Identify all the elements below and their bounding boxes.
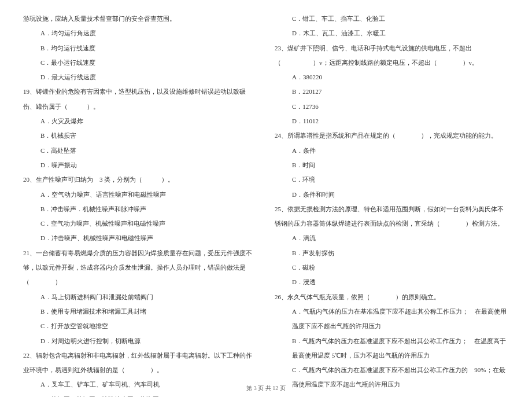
- page-footer: 第 3 页 共 12 页: [0, 384, 532, 392]
- q23-option-c: C．12736: [275, 100, 509, 114]
- q18-option-a: A．均匀运行角速度: [23, 26, 257, 41]
- q25-option-d: D．浸透: [275, 275, 509, 289]
- q18-option-b: B．均匀运行线速度: [23, 41, 257, 56]
- q23-option-a: A．380220: [275, 70, 509, 84]
- q25-option-a: A．涡流: [275, 231, 509, 245]
- q19-option-d: D．噪声振动: [23, 158, 257, 172]
- q19-option-c: C．高处坠落: [23, 144, 257, 158]
- q21-option-c: C．打开放空管就地排空: [23, 319, 257, 333]
- q19-option-a: A．火灾及爆炸: [23, 114, 257, 128]
- q20-option-b: B．冲击噪声．机械性噪声和脉冲噪声: [23, 202, 257, 216]
- q19-text: 19、铸锻作业的危险有害因素中，造型机压伤，以及设施维修时错误起动以致碾伤、罐伤…: [23, 84, 257, 114]
- q23-option-b: B．220127: [275, 84, 509, 99]
- q22-option-c: C．钳工、车工、挡车工、化验工: [275, 12, 509, 26]
- q19-option-b: B．机械损害: [23, 128, 257, 143]
- intro-text: 游玩设施，应纳入质量技术督查部门的安全督查范围。: [23, 12, 257, 26]
- q18-option-d: D．最大运行线速度: [23, 70, 257, 84]
- left-column: 游玩设施，应纳入质量技术督查部门的安全督查范围。 A．均匀运行角速度 B．均匀运…: [23, 12, 257, 382]
- q24-option-c: C．环境: [275, 172, 509, 187]
- q26-option-a: A．气瓶内气体的压力在基准温度下应不超出其公称工作压力； 在最高使用温度下应不超…: [275, 304, 509, 334]
- q24-option-b: B．时间: [275, 158, 509, 172]
- q26-option-b: B．气瓶内气体的压力在基准温度下应不超出其公称工作压力； 在温度高于最高使用温度…: [275, 334, 509, 363]
- q25-text: 25、依据无损检测方法的原理、特色和适用范围判断，假如对一台货料为奥氏体不锈钢的…: [275, 202, 509, 231]
- q20-option-a: A．空气动力噪声、语言性噪声和电磁性噪声: [23, 188, 257, 202]
- q23-text: 23、煤矿井下照明、信号、电话和手持式电气设施的供电电压，不超出（ ）v；远距离…: [275, 41, 509, 71]
- q26-text: 26、永久气体气瓶充装量，依照（ ）的原则确立。: [275, 290, 509, 304]
- q20-text: 20、生产性噪声可归纳为 3 类，分别为（ ）。: [23, 172, 257, 187]
- two-column-layout: 游玩设施，应纳入质量技术督查部门的安全督查范围。 A．均匀运行角速度 B．均匀运…: [23, 12, 509, 382]
- q20-option-d: D．冲击噪声、机械性噪声和电磁性噪声: [23, 231, 257, 245]
- q20-option-c: C．空气动力噪声、机械性噪声和电磁性噪声: [23, 216, 257, 231]
- q22-option-b: B．炼钢工、轧钢工、玻璃熔吹工、烧瓷工: [23, 392, 257, 397]
- q25-option-b: B．声发射探伤: [275, 246, 509, 260]
- q25-option-c: C．磁粉: [275, 260, 509, 275]
- q21-option-d: D．对周边明火进行控制，切断电源: [23, 334, 257, 348]
- q21-option-b: B．使用专用堵漏技术和堵漏工具封堵: [23, 304, 257, 319]
- q21-text: 21、一台储蓄有毒易燃爆介质的压力容器因为焊接质量存在问题，受压元件强度不够，以…: [23, 246, 257, 290]
- q24-text: 24、所谓靠谱性是指系统和产品在规定的（ ），完成规定功能的能力。: [275, 128, 509, 143]
- q22-option-d: D．木工、瓦工、油漆工、水暖工: [275, 26, 509, 41]
- q22-text: 22、辐射包含电离辐射和非电离辐射，红外线辐射属于非电离辐射。以下工种的作业环境…: [23, 348, 257, 378]
- q18-option-c: C．最小运行线速度: [23, 56, 257, 70]
- q24-option-a: A．条件: [275, 144, 509, 158]
- q23-option-d: D．11012: [275, 114, 509, 128]
- right-column: C．钳工、车工、挡车工、化验工 D．木工、瓦工、油漆工、水暖工 23、煤矿井下照…: [275, 12, 509, 382]
- q24-option-d: D．条件和时间: [275, 188, 509, 202]
- q21-option-a: A．马上切断进料阀门和泄漏处前端阀门: [23, 290, 257, 304]
